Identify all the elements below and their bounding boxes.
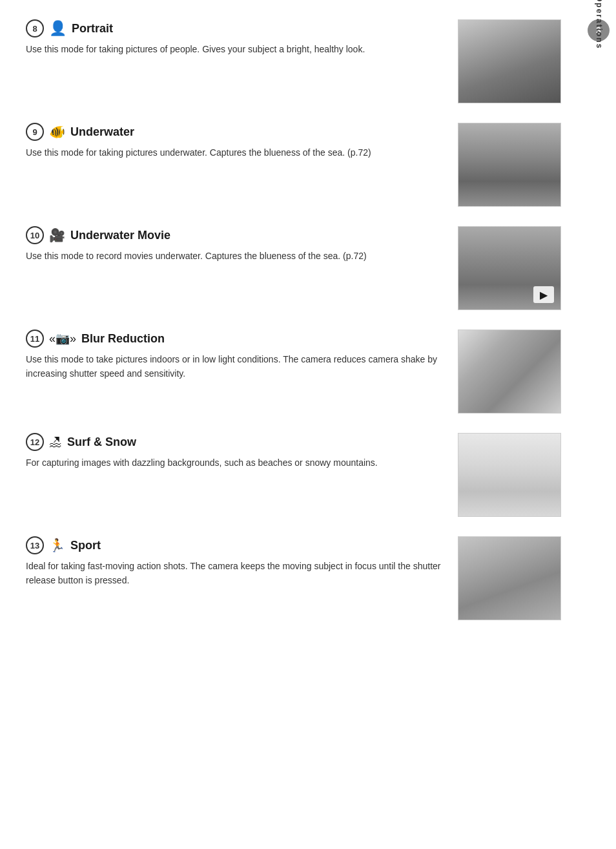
mode-number-12: 12 [26,433,44,451]
main-content: 8 👤 Portrait Use this mode for taking pi… [0,0,580,849]
sport-icon: 🏃 [49,538,65,553]
mode-left-sport: 13 🏃 Sport Ideal for taking fast-moving … [26,536,458,587]
underwater-title: Underwater [70,125,134,139]
mode-section-portrait: 8 👤 Portrait Use this mode for taking pi… [26,19,561,116]
mode-left-blur-reduction: 11 «📷» Blur Reduction Use this mode to t… [26,330,458,381]
mode-header-underwater-movie: 10 🎥 Underwater Movie [26,226,445,244]
mode-number-10: 10 [26,226,44,244]
mode-section-sport: 13 🏃 Sport Ideal for taking fast-moving … [26,536,561,633]
mode-left-portrait: 8 👤 Portrait Use this mode for taking pi… [26,19,458,57]
blur-reduction-title: Blur Reduction [81,332,165,346]
mode-section-surf-snow: 12 🏖 Surf & Snow For capturing images wi… [26,433,561,530]
chapter-title-vertical: Common Operations [595,0,604,49]
surf-snow-image [458,433,561,517]
underwater-movie-title: Underwater Movie [70,229,170,242]
surf-snow-description: For capturing images with dazzling backg… [26,456,445,470]
surf-snow-icon: 🏖 [49,435,62,450]
sport-photo [458,537,560,620]
mode-section-blur-reduction: 11 «📷» Blur Reduction Use this mode to t… [26,330,561,426]
mode-header-underwater: 9 🐠 Underwater [26,123,445,141]
mode-number-11: 11 [26,330,44,348]
mode-section-underwater-movie: 10 🎥 Underwater Movie Use this mode to r… [26,226,561,323]
portrait-icon: 👤 [49,20,67,37]
portrait-title: Portrait [72,22,113,36]
underwater-movie-icon: 🎥 [49,227,65,243]
portrait-description: Use this mode for taking pictures of peo… [26,43,445,57]
mode-header-surf-snow: 12 🏖 Surf & Snow [26,433,445,451]
mode-header-blur-reduction: 11 «📷» Blur Reduction [26,330,445,348]
mode-left-surf-snow: 12 🏖 Surf & Snow For capturing images wi… [26,433,458,470]
blur-reduction-description: Use this mode to take pictures indoors o… [26,353,445,381]
sport-description: Ideal for taking fast-moving action shot… [26,560,445,587]
blur-reduction-image [458,330,561,414]
video-overlay-icon: ▶ [533,286,554,303]
mode-left-underwater-movie: 10 🎥 Underwater Movie Use this mode to r… [26,226,458,264]
portrait-image [458,19,561,103]
blur-reduction-icon: «📷» [49,331,76,346]
surf-snow-photo [458,434,560,516]
mode-header-portrait: 8 👤 Portrait [26,19,445,37]
sport-image [458,536,561,620]
mode-header-sport: 13 🏃 Sport [26,536,445,554]
page-container: 8 👤 Portrait Use this mode for taking pi… [0,0,616,849]
underwater-image [458,123,561,207]
underwater-movie-description: Use this mode to record movies underwate… [26,249,445,264]
mode-left-underwater: 9 🐠 Underwater Use this mode for taking … [26,123,458,160]
underwater-description: Use this mode for taking pictures underw… [26,146,445,160]
underwater-photo [458,123,560,206]
underwater-icon: 🐠 [49,124,65,140]
underwater-movie-image: ▶ [458,226,561,310]
portrait-photo [458,20,560,103]
mode-number-8: 8 [26,19,44,37]
mode-section-underwater: 9 🐠 Underwater Use this mode for taking … [26,123,561,220]
mode-number-9: 9 [26,123,44,141]
blur-reduction-photo [458,330,560,413]
sport-title: Sport [70,539,101,552]
surf-snow-title: Surf & Snow [67,435,136,449]
mode-number-13: 13 [26,536,44,554]
